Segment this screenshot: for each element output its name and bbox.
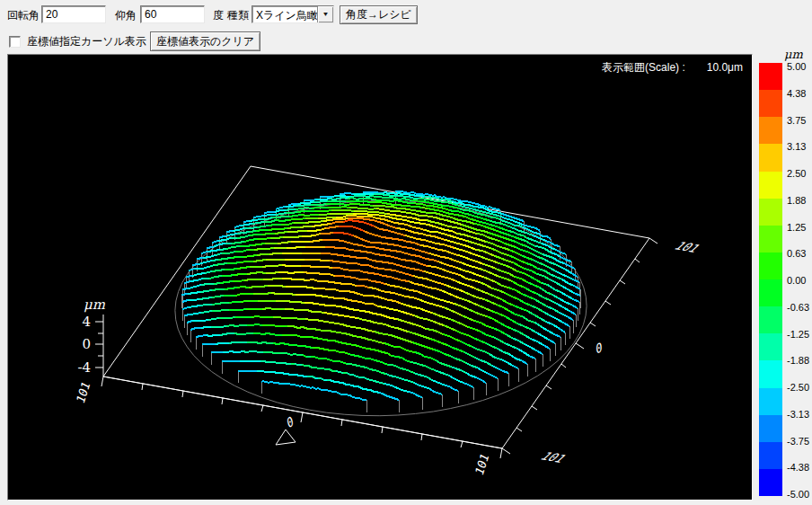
svg-text:101: 101: [672, 239, 702, 254]
degree-label: 度: [213, 9, 224, 22]
rotation-angle-label: 回転角: [7, 9, 40, 22]
colorbar-tick-label: 0.00: [787, 275, 812, 286]
surface-plot: 40-4μm10101011010101: [8, 55, 752, 500]
svg-text:-4: -4: [77, 359, 91, 376]
angle-to-recipe-button[interactable]: 角度→レシピ: [340, 5, 418, 24]
app-window: { "toolbar": { "rotation_label": "回転角", …: [0, 0, 812, 505]
colorbar-tick-label: -0.63: [787, 302, 812, 313]
colorbar-tick-label: -3.13: [787, 409, 812, 420]
svg-text:μm: μm: [84, 297, 106, 313]
rotation-angle-input[interactable]: [41, 5, 106, 23]
colorbar-segment: [759, 469, 782, 496]
cursor-display-checkbox-label: 座標値指定カーソル表示: [27, 35, 146, 48]
colorbar-tick-label: 4.38: [787, 88, 812, 99]
colorbar-tick-label: -1.25: [787, 329, 812, 340]
colorbar-tick-label: -4.38: [787, 462, 812, 473]
type-combobox[interactable]: Xライン鳥瞰図 ▼: [252, 5, 334, 23]
elevation-angle-input[interactable]: [140, 5, 205, 23]
scale-range-value: 10.0μm: [707, 61, 743, 74]
colorbar: [759, 63, 782, 496]
svg-text:0: 0: [82, 336, 91, 352]
colorbar-unit-label: μm: [784, 48, 803, 61]
colorbar-segment: [759, 306, 782, 333]
colorbar-segment: [759, 63, 782, 90]
svg-text:0: 0: [285, 413, 296, 430]
colorbar-segment: [759, 279, 782, 306]
clear-coordinates-button[interactable]: 座標値表示のクリア: [150, 31, 260, 51]
axis-labels: 40-4μm10101011010101: [74, 239, 702, 476]
colorbar-segment: [759, 333, 782, 360]
colorbar-segment: [759, 172, 782, 199]
colorbar-segment: [759, 388, 782, 415]
type-combobox-value: Xライン鳥瞰図: [252, 6, 317, 22]
orientation-triangle-marker: [276, 430, 296, 445]
colorbar-tick-label: -2.50: [787, 382, 812, 393]
colorbar-tick-label: -3.75: [787, 436, 812, 447]
plot-area: 表示範囲(Scale) :10.0μm 40-4μm10101011010101: [7, 54, 753, 501]
svg-text:0: 0: [595, 340, 604, 357]
colorbar-tick-label: 1.25: [787, 222, 812, 233]
svg-text:4: 4: [82, 314, 91, 330]
combobox-dropdown-button[interactable]: ▼: [317, 6, 333, 22]
colorbar-segment: [759, 442, 782, 469]
elevation-angle-label: 仰角: [115, 9, 137, 22]
colorbar-segment: [759, 360, 782, 387]
cursor-display-checkbox[interactable]: [9, 36, 21, 48]
colorbar-tick-label: -5.00: [787, 489, 812, 500]
colorbar-segment: [759, 117, 782, 144]
colorbar-segment: [759, 144, 782, 171]
colorbar-tick-label: 3.75: [787, 115, 812, 126]
type-label: 種類: [227, 9, 249, 22]
svg-text:101: 101: [472, 452, 491, 476]
colorbar-tick-label: 5.00: [787, 61, 812, 72]
colorbar-tick-label: 0.63: [787, 248, 812, 259]
axes: [95, 238, 658, 458]
colorbar-tick-label: 3.13: [787, 141, 812, 152]
colorbar-tick-label: 1.88: [787, 195, 812, 206]
colorbar-tick-label: -1.88: [787, 355, 812, 366]
colorbar-segment: [759, 199, 782, 226]
surface-profiles: [181, 191, 580, 412]
svg-text:101: 101: [538, 449, 569, 465]
colorbar-segment: [759, 90, 782, 117]
colorbar-segment: [759, 226, 782, 252]
scale-range-label: 表示範囲(Scale) :10.0μm: [602, 60, 743, 75]
colorbar-segment: [759, 415, 782, 442]
chevron-down-icon: ▼: [322, 12, 330, 18]
svg-text:101: 101: [74, 380, 93, 404]
colorbar-segment: [759, 252, 782, 279]
scale-range-text: 表示範囲(Scale) :: [602, 61, 685, 74]
colorbar-tick-label: 2.50: [787, 168, 812, 179]
